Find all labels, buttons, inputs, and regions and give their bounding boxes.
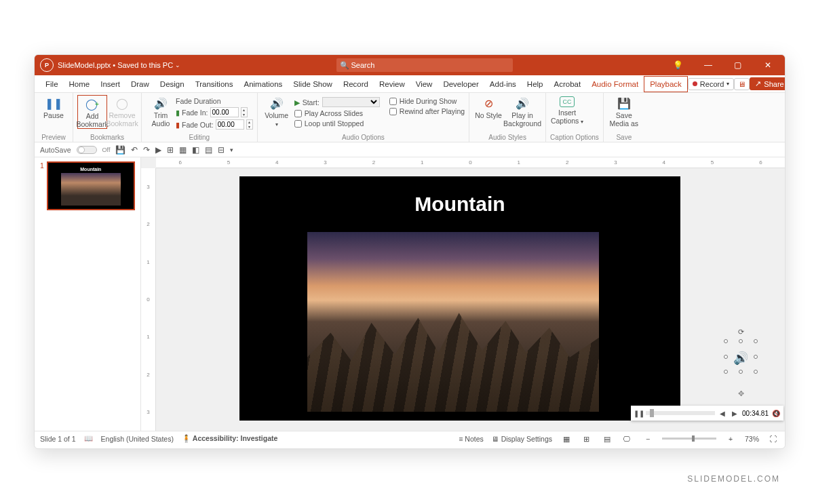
- qat-icon[interactable]: ⊟: [218, 145, 225, 155]
- fade-out-input[interactable]: [216, 119, 244, 130]
- play-across-checkbox[interactable]: [294, 110, 302, 117]
- tab-audio-format[interactable]: Audio Format: [586, 77, 644, 92]
- slide-thumbnail[interactable]: Mountain: [47, 161, 135, 210]
- tab-draw[interactable]: Draw: [125, 77, 155, 92]
- autosave-off: Off: [102, 147, 111, 153]
- zoom-slider[interactable]: [662, 438, 716, 440]
- search-input[interactable]: [336, 58, 513, 72]
- tab-help[interactable]: Help: [522, 77, 549, 92]
- fit-window-icon[interactable]: ⛶: [767, 435, 779, 443]
- app-window: P SlideModel.pptx • Saved to this PC ⌄ 🔍…: [34, 54, 786, 449]
- zoom-out-button[interactable]: −: [642, 435, 654, 443]
- group-audio-options: 🔊 Volume▾ ▶ Start: Play Across Slides Lo…: [258, 93, 469, 142]
- tab-home[interactable]: Home: [64, 77, 96, 92]
- tab-slideshow[interactable]: Slide Show: [288, 77, 338, 92]
- filename: SlideModel.pptx: [58, 61, 111, 69]
- normal-view-icon[interactable]: ▦: [560, 435, 573, 443]
- pause-button[interactable]: ❚❚ Pause: [39, 95, 69, 119]
- fade-in-input[interactable]: [210, 107, 239, 117]
- save-media-button[interactable]: 💾 Save Media as: [608, 95, 640, 128]
- fade-in-spinner[interactable]: ▴▾: [241, 107, 248, 117]
- hide-checkbox[interactable]: [389, 98, 397, 105]
- no-style-button[interactable]: ⊘ No Style: [473, 95, 503, 119]
- display-settings-button[interactable]: 🖥 Display Settings: [492, 435, 552, 443]
- autosave-toggle[interactable]: [77, 146, 97, 154]
- save-icon[interactable]: 💾: [115, 145, 125, 155]
- rewind-checkbox[interactable]: [389, 108, 397, 115]
- powerpoint-icon: P: [40, 58, 54, 72]
- record-button[interactable]: Record▾: [688, 78, 734, 90]
- insert-captions-button[interactable]: CC Insert Captions ▾: [550, 95, 584, 125]
- volume-icon[interactable]: 🔇: [771, 410, 781, 417]
- speaker-icon[interactable]: 🔊: [733, 351, 748, 366]
- fade-in-icon: ▮: [176, 109, 180, 117]
- search-box[interactable]: 🔍: [336, 58, 513, 72]
- prev-icon[interactable]: ◀: [718, 410, 727, 417]
- audio-object-handles[interactable]: ⟳ 🔊 ✥: [724, 336, 758, 397]
- ribbon-tabs: File Home Insert Draw Design Transitions…: [35, 75, 785, 93]
- qat-icon[interactable]: ▤: [205, 145, 212, 155]
- fade-duration-label: Fade Duration: [176, 97, 253, 105]
- minimize-button[interactable]: —: [698, 60, 718, 70]
- present-button[interactable]: 🖥: [734, 78, 750, 90]
- slide[interactable]: Mountain: [239, 176, 680, 421]
- seek-track[interactable]: [646, 411, 715, 415]
- tab-developer[interactable]: Developer: [438, 77, 484, 92]
- reading-view-icon[interactable]: ▤: [601, 435, 613, 443]
- qat-icon[interactable]: ⊞: [167, 145, 174, 155]
- document-title[interactable]: SlideModel.pptx • Saved to this PC ⌄: [58, 61, 180, 69]
- zoom-level[interactable]: 73%: [745, 435, 759, 443]
- slide-canvas[interactable]: 6543210123456 3210123 Mountain ⟳ 🔊 ✥ ❚❚: [141, 157, 785, 431]
- qat-icon[interactable]: ▦: [179, 145, 187, 155]
- zoom-in-button[interactable]: +: [724, 435, 737, 443]
- volume-button[interactable]: 🔊 Volume▾: [262, 95, 292, 128]
- start-select[interactable]: [322, 97, 380, 107]
- play-background-button[interactable]: 🔊 Play in Background: [503, 95, 541, 128]
- redo-icon[interactable]: ↷: [143, 145, 150, 155]
- next-icon[interactable]: ▶: [730, 410, 739, 417]
- tab-transitions[interactable]: Transitions: [190, 77, 239, 92]
- tab-design[interactable]: Design: [155, 77, 190, 92]
- tab-review[interactable]: Review: [374, 77, 410, 92]
- undo-icon[interactable]: ↶: [131, 145, 138, 155]
- tab-animations[interactable]: Animations: [238, 77, 288, 92]
- tab-file[interactable]: File: [40, 77, 64, 92]
- tab-record[interactable]: Record: [338, 77, 374, 92]
- maximize-button[interactable]: ▢: [728, 60, 748, 70]
- chevron-down-icon[interactable]: ⌄: [175, 62, 180, 69]
- sorter-view-icon[interactable]: ⊞: [581, 435, 593, 443]
- trim-audio-button[interactable]: 🔊 Trim Audio: [146, 95, 176, 128]
- thumb-image: [61, 173, 121, 206]
- mountain-image[interactable]: [307, 232, 599, 412]
- status-bar: Slide 1 of 1 📖 English (United States) 🧍…: [35, 431, 785, 446]
- horizontal-ruler: 6543210123456: [156, 157, 785, 168]
- qat-icon[interactable]: ◧: [192, 145, 199, 155]
- add-bookmark-button[interactable]: ◯+ Add Bookmark: [77, 95, 107, 129]
- audio-player[interactable]: ❚❚ ◀ ▶ 00:34.81 🔇: [631, 406, 783, 421]
- remove-bookmark-button[interactable]: ◯ Remove Bookmark: [107, 95, 137, 128]
- share-button[interactable]: ↗Share▾: [750, 77, 786, 90]
- loop-checkbox[interactable]: [294, 120, 302, 128]
- pause-icon[interactable]: ❚❚: [634, 410, 643, 417]
- tab-playback[interactable]: Playback: [644, 76, 688, 92]
- slide-title: Mountain: [239, 176, 680, 216]
- chevron-down-icon[interactable]: ▾: [230, 147, 233, 153]
- book-icon[interactable]: 📖: [84, 434, 93, 443]
- lightbulb-icon[interactable]: 💡: [668, 60, 689, 70]
- slideshow-icon[interactable]: ▶: [155, 145, 161, 155]
- tab-view[interactable]: View: [410, 77, 438, 92]
- work-area: 1 Mountain 6543210123456 3210123 Mountai…: [35, 157, 785, 431]
- tab-acrobat[interactable]: Acrobat: [549, 77, 587, 92]
- tab-insert[interactable]: Insert: [95, 77, 125, 92]
- tab-addins[interactable]: Add-ins: [484, 77, 522, 92]
- fade-out-spinner[interactable]: ▴▾: [246, 119, 253, 130]
- move-handle-icon[interactable]: ✥: [738, 389, 744, 398]
- language-status[interactable]: English (United States): [101, 435, 174, 443]
- notes-button[interactable]: ≡ Notes: [459, 435, 483, 443]
- title-bar: P SlideModel.pptx • Saved to this PC ⌄ 🔍…: [35, 55, 785, 75]
- slideshow-view-icon[interactable]: 🖵: [621, 435, 634, 443]
- accessibility-status[interactable]: 🧍 Accessibility: Investigate: [182, 434, 277, 443]
- slide-counter[interactable]: Slide 1 of 1: [40, 435, 76, 443]
- close-button[interactable]: ✕: [758, 60, 778, 70]
- rotate-handle-icon[interactable]: ⟳: [738, 328, 744, 336]
